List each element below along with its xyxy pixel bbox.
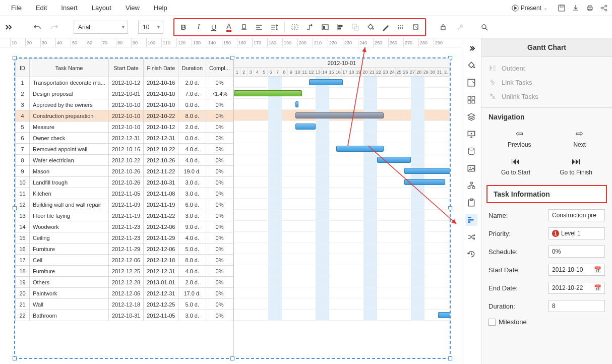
line-color-button[interactable] — [379, 20, 393, 34]
table-row[interactable]: 19Others2012-12-282013-01-012.0 d.0% — [16, 277, 233, 288]
gantt-row[interactable] — [234, 121, 450, 132]
task-name-input[interactable]: Construction pre — [548, 209, 605, 221]
priority-select[interactable]: 1Level 1 — [548, 227, 605, 239]
gantt-row[interactable] — [234, 287, 450, 298]
table-row[interactable]: 9Mason2012-10-262012-11-2219.0 d.0% — [16, 166, 233, 177]
gantt-bar[interactable] — [309, 79, 343, 85]
org-chart-icon[interactable] — [465, 179, 477, 192]
text-box-button[interactable]: T — [288, 20, 302, 34]
table-row[interactable]: 11Kitchen2012-11-052012-11-083.0 d.0% — [16, 188, 233, 199]
gantt-row[interactable] — [234, 154, 450, 165]
table-row[interactable]: 21Wall2012-12-182012-12-255.0 d.0% — [16, 299, 233, 310]
line-style-button[interactable] — [394, 20, 408, 34]
resize-handle[interactable] — [13, 206, 17, 210]
gantt-row[interactable] — [234, 176, 450, 188]
gantt-bar[interactable] — [295, 124, 316, 130]
table-row[interactable]: 7Removed appoint wall2012-10-162012-10-2… — [16, 144, 233, 155]
font-color-button[interactable]: A — [222, 20, 236, 34]
table-row[interactable]: 10Landfill trough2012-10-262012-10-313.0… — [16, 177, 233, 188]
export-icon[interactable] — [572, 4, 580, 12]
image-frame-button[interactable] — [318, 20, 332, 34]
table-row[interactable]: 1Transportation decorate ma...2012-10-12… — [16, 77, 233, 88]
table-row[interactable]: 22Bathroom2012-10-312012-11-053.0 d.0% — [16, 310, 233, 321]
gantt-bar[interactable] — [336, 146, 384, 152]
font-family-select[interactable]: Arial▾ — [74, 21, 128, 34]
gantt-row[interactable] — [234, 210, 450, 221]
gantt-row[interactable] — [234, 199, 450, 210]
save-icon[interactable] — [558, 4, 566, 12]
table-row[interactable]: 18Furniture2012-12-252012-12-314.0 d.0% — [16, 266, 233, 277]
gantt-bar[interactable] — [295, 112, 384, 118]
gantt-bar[interactable] — [377, 157, 411, 163]
share-icon[interactable] — [600, 4, 608, 12]
schedule-input[interactable]: 0% — [548, 246, 605, 258]
outdent-action[interactable]: Outdent — [488, 61, 605, 75]
table-row[interactable]: 8Water electrician2012-10-222012-10-264.… — [16, 155, 233, 166]
lock-button[interactable] — [436, 20, 450, 34]
image-panel-icon[interactable] — [465, 162, 477, 174]
table-row[interactable]: 6Owner check2012-12-312012-12-310.0 d.0% — [16, 133, 233, 144]
gantt-row[interactable] — [234, 254, 450, 265]
nav-go-finish[interactable]: ⏭Go to Finish — [560, 156, 592, 176]
underline-button[interactable]: U — [207, 20, 221, 34]
tools-button[interactable] — [453, 20, 467, 34]
end-date-input[interactable]: 2012-10-22📅 — [548, 282, 605, 294]
gantt-bar[interactable] — [438, 312, 450, 318]
table-row[interactable]: 15Ceiling2012-11-232012-11-294.0 d.0% — [16, 232, 233, 244]
nav-previous[interactable]: ⇦Previous — [508, 128, 531, 148]
menu-file[interactable]: File — [4, 1, 29, 15]
gantt-row[interactable] — [234, 143, 450, 154]
gantt-bar[interactable] — [234, 90, 302, 96]
expand-sidebar-icon[interactable] — [4, 22, 14, 32]
gantt-row[interactable] — [234, 310, 450, 321]
milestone-checkbox[interactable] — [488, 319, 496, 326]
gantt-row[interactable] — [234, 99, 450, 110]
gantt-row[interactable] — [234, 243, 450, 254]
unlink-tasks-action[interactable]: Unlink Tasks — [488, 89, 605, 103]
table-row[interactable]: 20Paintwork2012-12-062012-12-3117.0 d.0% — [16, 288, 233, 299]
table-row[interactable]: 13Floor tile laying2012-11-192012-11-223… — [16, 210, 233, 221]
clipboard-icon[interactable] — [465, 197, 477, 209]
history-icon[interactable] — [465, 248, 477, 260]
highlight-button[interactable] — [237, 20, 251, 34]
menu-edit[interactable]: Edit — [29, 1, 54, 15]
gantt-row[interactable] — [234, 221, 450, 232]
shadow-button[interactable] — [409, 20, 423, 34]
theme-icon[interactable] — [465, 59, 477, 72]
table-row[interactable]: 5Measure2012-10-102012-10-122.0 d.0% — [16, 122, 233, 133]
align-button[interactable] — [252, 20, 266, 34]
menu-help[interactable]: Help — [147, 1, 174, 15]
menu-insert[interactable]: Insert — [54, 1, 85, 15]
data-icon[interactable] — [465, 145, 477, 157]
font-size-select[interactable]: 10▾ — [138, 21, 163, 34]
shape-panel-icon[interactable] — [465, 77, 477, 89]
gantt-row[interactable] — [234, 132, 450, 143]
connector-button[interactable] — [303, 20, 317, 34]
gantt-row[interactable] — [234, 276, 450, 287]
table-row[interactable]: 14Woodwork2012-11-232012-12-069.0 d.0% — [16, 221, 233, 232]
gantt-row[interactable] — [234, 77, 450, 88]
gantt-panel-icon[interactable] — [465, 214, 477, 226]
line-spacing-button[interactable] — [267, 20, 281, 34]
gantt-bar[interactable] — [404, 168, 450, 174]
present-button[interactable]: Present ⌄ — [508, 3, 552, 14]
slideshow-icon[interactable] — [465, 128, 477, 140]
duration-input[interactable]: 8 — [548, 300, 605, 312]
nav-go-start[interactable]: ⏮Go to Start — [501, 156, 530, 176]
print-icon[interactable] — [586, 4, 594, 12]
table-row[interactable]: 17Ceil2012-12-062012-12-188.0 d.0% — [16, 255, 233, 266]
resize-handle[interactable] — [13, 356, 17, 360]
search-button[interactable] — [477, 20, 492, 34]
gantt-row[interactable] — [234, 298, 450, 310]
canvas[interactable]: IDTask NameStart DateFinish DateDuration… — [0, 47, 461, 364]
group-button[interactable] — [348, 20, 362, 34]
gantt-table[interactable]: IDTask NameStart DateFinish DateDuration… — [15, 58, 234, 358]
gantt-bar[interactable] — [295, 101, 299, 107]
gantt-row[interactable] — [234, 188, 450, 199]
grid-panel-icon[interactable] — [465, 94, 477, 106]
align-objects-button[interactable] — [333, 20, 347, 34]
table-row[interactable]: 16Furniture2012-11-292012-12-065.0 d.0% — [16, 244, 233, 255]
undo-button[interactable] — [30, 20, 44, 34]
table-row[interactable]: 12Building wall and wall repair2012-11-0… — [16, 199, 233, 210]
gantt-row[interactable] — [234, 265, 450, 276]
